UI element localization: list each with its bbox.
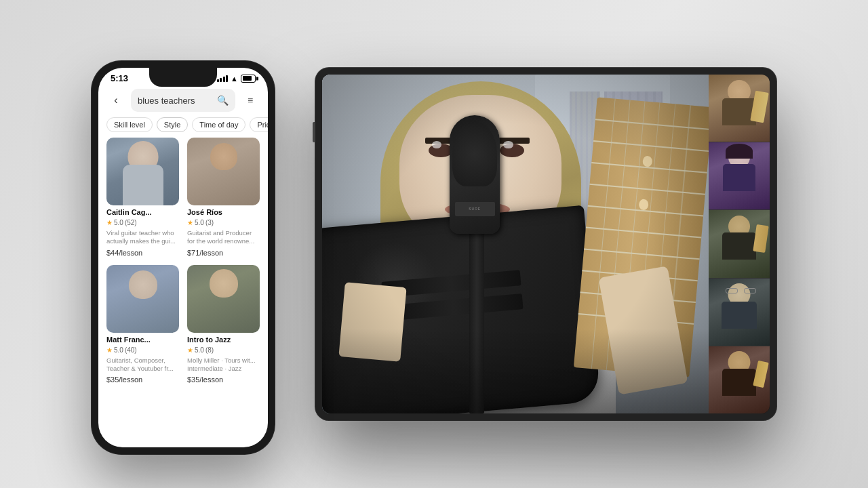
tablet-screen: SURE (322, 75, 770, 413)
teacher-card-jose[interactable]: José Ríos ★ 5.0 (3) Guitarist and Produc… (187, 138, 260, 257)
teacher-name-jose: José Ríos (187, 208, 260, 216)
wifi-icon: ▲ (231, 75, 238, 83)
teacher-card-caitlin[interactable]: Caitlin Cag... ★ 5.0 (52) Viral guitar t… (106, 138, 179, 257)
phone-notch (149, 68, 217, 87)
teacher-desc-intro: Molly Miller · Tours wit... Intermediate… (187, 357, 260, 373)
tablet-side-button[interactable] (313, 122, 315, 142)
teacher-price-intro: $35/lesson (187, 375, 260, 384)
teacher-rating-jose: ★ 5.0 (3) (187, 219, 260, 226)
thumbnail-3[interactable] (709, 210, 770, 278)
star-icon-matt: ★ (106, 346, 113, 354)
pill-time-of-day[interactable]: Time of day (192, 117, 245, 132)
signal-icon (217, 75, 229, 82)
teacher-price-jose: $71/lesson (187, 249, 260, 257)
thumbnail-4[interactable] (709, 279, 770, 346)
filter-pills: Skill level Style Time of day Price (98, 117, 268, 138)
teacher-desc-matt: Guitarist, Composer, Teacher & Youtuber … (106, 357, 179, 373)
main-video-content: SURE (322, 75, 709, 413)
teacher-desc-jose: Guitarist and Producer for the world ren… (187, 229, 260, 246)
teacher-rating-matt: ★ 5.0 (40) (106, 346, 179, 354)
teacher-name-matt: Matt Franc... (106, 336, 179, 344)
pill-skill-level[interactable]: Skill level (106, 117, 153, 132)
search-text: blues teachers (138, 96, 213, 106)
filter-icon[interactable]: ≡ (241, 91, 260, 110)
teacher-name-intro: Intro to Jazz (187, 336, 260, 344)
thumbnail-5[interactable] (709, 346, 770, 413)
teacher-price-matt: $35/lesson (106, 375, 179, 384)
back-button[interactable]: ‹ (106, 91, 125, 110)
pill-style[interactable]: Style (157, 117, 188, 132)
teacher-card-matt[interactable]: Matt Franc... ★ 5.0 (40) Guitarist, Comp… (106, 265, 179, 384)
status-time: 5:13 (111, 73, 128, 83)
teacher-grid: Caitlin Cag... ★ 5.0 (52) Viral guitar t… (98, 138, 268, 384)
thumbnail-1[interactable] (709, 75, 770, 142)
teacher-rating-caitlin: ★ 5.0 (52) (106, 219, 179, 226)
scene: 5:13 ▲ ‹ blues teachers 🔍 (0, 0, 868, 488)
star-icon-intro: ★ (187, 346, 193, 354)
teacher-photo-intro (187, 265, 260, 333)
star-icon-jose: ★ (187, 219, 193, 226)
teacher-photo-caitlin (106, 138, 179, 205)
teacher-price-caitlin: $44/lesson (106, 249, 179, 257)
teacher-photo-jose (187, 138, 260, 205)
tablet-device: SURE (315, 68, 776, 420)
teacher-photo-matt (106, 265, 179, 333)
sidebar-thumbnails (709, 75, 770, 413)
status-icons: ▲ (217, 75, 256, 83)
teacher-rating-intro: ★ 5.0 (8) (187, 346, 260, 354)
pill-price[interactable]: Price (250, 117, 268, 132)
teacher-name-caitlin: Caitlin Cag... (106, 208, 179, 216)
teacher-desc-caitlin: Viral guitar teacher who actually makes … (106, 229, 179, 246)
battery-icon (241, 75, 256, 83)
search-icon[interactable]: 🔍 (217, 95, 229, 106)
star-icon: ★ (106, 219, 113, 226)
main-video-area: SURE (322, 75, 709, 413)
search-header: ‹ blues teachers 🔍 ≡ (98, 86, 268, 117)
phone-device: 5:13 ▲ ‹ blues teachers 🔍 (92, 61, 275, 454)
phone-screen: 5:13 ▲ ‹ blues teachers 🔍 (98, 68, 268, 447)
thumbnail-2[interactable] (709, 142, 770, 210)
teacher-card-intro-jazz[interactable]: Intro to Jazz ★ 5.0 (8) Molly Miller · T… (187, 265, 260, 384)
search-bar[interactable]: blues teachers 🔍 (131, 89, 235, 112)
